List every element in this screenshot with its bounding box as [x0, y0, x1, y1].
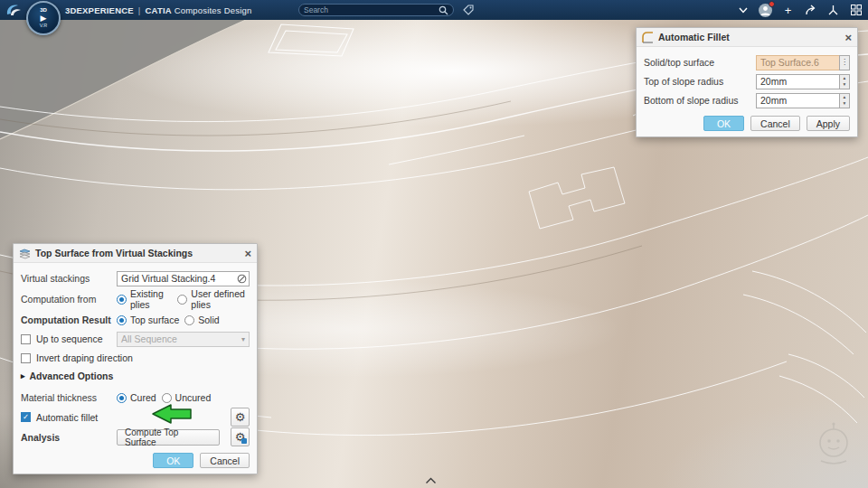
computation-from-label: Computation from — [21, 294, 111, 305]
compass-widget[interactable]: 3D ▶ V.R — [26, 1, 61, 35]
computation-from-row: Computation from Existing plies User def… — [21, 288, 250, 310]
apply-button[interactable]: Apply — [807, 116, 850, 131]
application-window: 3DEXPERIENCE | CATIA Composites Design — [0, 0, 868, 488]
collapsed-arrow-icon: ▸ — [21, 371, 25, 380]
top-surface-option[interactable]: Top surface — [117, 314, 179, 325]
user-avatar[interactable] — [758, 3, 773, 18]
fillet-settings-button[interactable]: ⚙ — [231, 408, 250, 427]
sequence-select-value: All Sequence — [121, 333, 177, 344]
spinner-up-icon[interactable]: ▴ — [840, 94, 849, 101]
stackings-dialog-icon — [19, 248, 31, 259]
notification-badge — [769, 1, 775, 7]
top-surface-dialog-title: Top Surface from Virtual Stackings — [35, 248, 193, 258]
fillet-dialog-icon — [642, 32, 654, 43]
apps-grid-icon[interactable] — [848, 3, 863, 18]
top-surface-dialog-body: Virtual stackings Computation from Exist… — [14, 263, 257, 474]
compute-analysis-icon-button[interactable]: ⚙ — [231, 427, 250, 446]
check-icon: ✓ — [23, 413, 29, 421]
top-surface-dialog: Top Surface from Virtual Stackings × Vir… — [13, 243, 258, 474]
radio-uncured[interactable] — [162, 393, 172, 403]
robot-ghost-icon[interactable] — [810, 421, 857, 468]
up-to-sequence-row: Up to sequence All Sequence ▾ — [21, 330, 250, 348]
virtual-stackings-fieldwrap — [117, 271, 250, 286]
bottom-slope-radius-field[interactable] — [756, 93, 839, 108]
radio-solid[interactable] — [184, 315, 194, 325]
solid-top-surface-field[interactable] — [756, 55, 839, 70]
bottom-slope-radius-fieldwrap: ▴ ▾ — [756, 93, 850, 108]
tag-icon[interactable] — [462, 4, 475, 16]
search-bar[interactable] — [298, 4, 454, 16]
cancel-button[interactable]: Cancel — [750, 116, 800, 131]
add-button[interactable]: + — [780, 3, 796, 18]
top-slope-radius-fieldwrap: ▴ ▾ — [756, 74, 850, 89]
field-selector-dots-icon[interactable]: ⋮ — [839, 55, 850, 70]
search-input[interactable] — [304, 5, 439, 14]
automatic-fillet-label: Automatic fillet — [36, 412, 98, 423]
up-to-sequence-checkbox[interactable] — [21, 334, 31, 344]
3ds-logo[interactable] — [5, 2, 24, 18]
radio-existing-plies[interactable] — [117, 295, 127, 305]
close-icon[interactable]: × — [244, 248, 251, 259]
selection-filter-icon[interactable] — [237, 274, 247, 284]
brand-name: 3DEXPERIENCE — [65, 5, 134, 15]
top-surface-dialog-buttons: OK Cancel — [21, 453, 250, 468]
chevron-down-icon[interactable] — [735, 3, 750, 18]
virtual-stackings-field[interactable] — [117, 271, 250, 286]
cured-label: Cured — [130, 392, 156, 403]
cured-option[interactable]: Cured — [117, 392, 156, 403]
uncured-option[interactable]: Uncured — [162, 392, 212, 403]
existing-plies-option[interactable]: Existing plies — [117, 288, 172, 310]
sequence-select[interactable]: All Sequence ▾ — [117, 332, 250, 347]
invert-draping-row: Invert draping direction — [21, 349, 250, 367]
solid-top-surface-fieldwrap: ⋮ — [756, 55, 850, 70]
spinner-down-icon[interactable]: ▾ — [840, 100, 849, 108]
top-slope-radius-field[interactable] — [756, 74, 839, 89]
uncured-label: Uncured — [175, 392, 212, 403]
top-slope-radius-label: Top of slope radius — [644, 76, 750, 87]
solid-top-surface-row: Solid/top surface ⋮ — [644, 53, 850, 71]
radio-top-surface[interactable] — [117, 315, 127, 325]
automatic-fillet-checkbox[interactable]: ✓ — [21, 412, 31, 422]
user-defined-plies-option[interactable]: User defined plies — [177, 288, 250, 310]
solid-option[interactable]: Solid — [184, 314, 219, 325]
top-surface-dialog-titlebar[interactable]: Top Surface from Virtual Stackings × — [14, 244, 257, 263]
ok-button[interactable]: OK — [703, 116, 744, 131]
radio-user-defined-plies[interactable] — [177, 295, 187, 305]
share-icon[interactable] — [803, 3, 818, 18]
cancel-button[interactable]: Cancel — [200, 453, 250, 468]
bottom-slope-radius-label: Bottom of slope radius — [644, 95, 750, 106]
up-to-sequence-label: Up to sequence — [36, 333, 111, 344]
spinner-up-icon[interactable]: ▴ — [840, 75, 849, 82]
solid-label: Solid — [198, 314, 219, 325]
top-slope-radius-spinner[interactable]: ▴ ▾ — [839, 74, 850, 89]
virtual-stackings-row: Virtual stackings — [21, 269, 250, 287]
close-icon[interactable]: × — [844, 32, 852, 43]
ok-button[interactable]: OK — [153, 453, 193, 468]
dropdown-arrow-icon: ▾ — [241, 335, 245, 343]
fillet-dialog-title: Automatic Fillet — [658, 32, 730, 42]
material-thickness-label: Material thickness — [21, 392, 111, 403]
advanced-options-toggle[interactable]: ▸ Advanced Options — [21, 371, 250, 381]
collab-compass-icon[interactable] — [826, 3, 841, 18]
bottom-panel-caret-icon[interactable] — [425, 477, 437, 484]
fillet-dialog-titlebar[interactable]: Automatic Fillet × — [637, 28, 857, 47]
solid-top-surface-label: Solid/top surface — [644, 57, 750, 68]
bottom-slope-radius-row: Bottom of slope radius ▴ ▾ — [644, 91, 850, 109]
top-surface-label: Top surface — [130, 314, 179, 325]
invert-draping-checkbox[interactable] — [21, 353, 31, 363]
compute-top-surface-button[interactable]: Compute Top Surface — [117, 429, 220, 446]
title-divider: | — [138, 5, 141, 15]
compute-accent-icon — [241, 438, 247, 444]
radio-cured[interactable] — [117, 393, 127, 403]
bottom-slope-radius-spinner[interactable]: ▴ ▾ — [839, 93, 850, 108]
user-defined-plies-label: User defined plies — [191, 288, 250, 310]
header-icon-cluster: + — [735, 0, 863, 20]
search-icon[interactable] — [439, 5, 448, 15]
spinner-down-icon[interactable]: ▾ — [840, 81, 849, 89]
compass-3d-label: 3D — [40, 7, 47, 14]
app-title: 3DEXPERIENCE | CATIA Composites Design — [65, 0, 251, 20]
fillet-dialog-buttons: OK Cancel Apply — [644, 116, 850, 131]
top-bar: 3DEXPERIENCE | CATIA Composites Design — [0, 0, 868, 20]
play-icon[interactable]: ▶ — [41, 14, 47, 23]
automatic-fillet-row: ✓ Automatic fillet ⚙ — [21, 408, 250, 427]
